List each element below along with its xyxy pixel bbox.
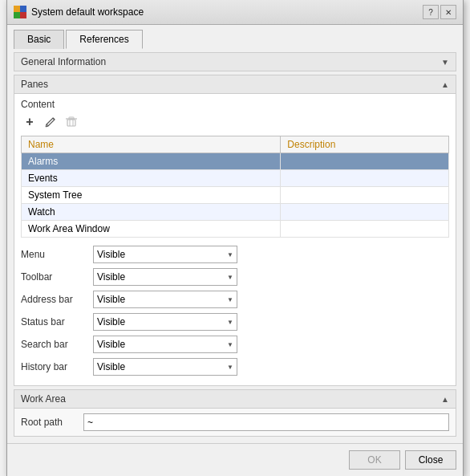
root-path-input[interactable] bbox=[83, 413, 449, 431]
content-toolbar: + bbox=[21, 113, 449, 131]
svg-rect-10 bbox=[69, 117, 74, 119]
select-toolbar[interactable]: VisibleHidden bbox=[93, 268, 237, 286]
work-area-header[interactable]: Work Area ▲ bbox=[14, 389, 456, 409]
select-wrapper-menu: VisibleHidden bbox=[93, 246, 237, 263]
col-header-name: Name bbox=[22, 136, 281, 153]
tab-references[interactable]: References bbox=[66, 30, 142, 49]
table-row[interactable]: Alarms bbox=[22, 153, 449, 170]
field-row-history-bar: History barVisibleHidden bbox=[21, 358, 449, 376]
table-row[interactable]: Events bbox=[22, 170, 449, 187]
table-row[interactable]: System Tree bbox=[22, 187, 449, 204]
app-icon bbox=[14, 6, 26, 18]
tab-basic[interactable]: Basic bbox=[14, 30, 64, 49]
close-button[interactable]: Close bbox=[405, 450, 456, 470]
general-info-header[interactable]: General Information ▼ bbox=[14, 52, 456, 71]
select-address-bar[interactable]: VisibleHidden bbox=[93, 291, 237, 308]
field-rows: MenuVisibleHiddenToolbarVisibleHiddenAdd… bbox=[21, 246, 449, 376]
dialog-window: System default workspace ? ✕ Basic Refer… bbox=[6, 0, 464, 476]
col-header-description: Description bbox=[281, 136, 449, 153]
row-description bbox=[281, 204, 449, 221]
work-area-section: Work Area ▲ Root path bbox=[14, 389, 456, 437]
dialog-title: System default workspace bbox=[31, 6, 418, 18]
field-row-menu: MenuVisibleHidden bbox=[21, 246, 449, 263]
row-name: Work Area Window bbox=[22, 221, 281, 238]
panes-chevron: ▲ bbox=[441, 80, 449, 89]
field-label-toolbar: Toolbar bbox=[21, 271, 93, 283]
field-label-address-bar: Address bar bbox=[21, 294, 93, 305]
add-button[interactable]: + bbox=[21, 113, 38, 131]
field-label-search-bar: Search bar bbox=[21, 339, 93, 350]
root-path-row: Root path bbox=[21, 413, 449, 431]
work-area-label: Work Area bbox=[21, 393, 66, 405]
svg-rect-1 bbox=[20, 6, 26, 12]
row-description bbox=[281, 221, 449, 238]
svg-rect-0 bbox=[14, 6, 20, 12]
select-wrapper-address-bar: VisibleHidden bbox=[93, 291, 237, 308]
table-row[interactable]: Work Area Window bbox=[22, 221, 449, 238]
title-bar-controls: ? ✕ bbox=[423, 5, 456, 19]
pane-table: Name Description AlarmsEventsSystem Tree… bbox=[21, 136, 449, 238]
table-row[interactable]: Watch bbox=[22, 204, 449, 221]
row-description bbox=[281, 153, 449, 170]
select-wrapper-status-bar: VisibleHidden bbox=[93, 313, 237, 331]
select-wrapper-history-bar: VisibleHidden bbox=[93, 358, 237, 376]
svg-rect-2 bbox=[14, 12, 20, 18]
select-search-bar[interactable]: VisibleHidden bbox=[93, 336, 237, 353]
work-area-content: Root path bbox=[14, 409, 456, 437]
row-name: Events bbox=[22, 170, 281, 187]
content-label: Content bbox=[21, 99, 449, 110]
field-label-history-bar: History bar bbox=[21, 361, 93, 372]
select-history-bar[interactable]: VisibleHidden bbox=[93, 358, 237, 376]
delete-button[interactable] bbox=[63, 113, 80, 131]
work-area-chevron: ▲ bbox=[441, 395, 449, 404]
general-info-chevron: ▼ bbox=[441, 58, 449, 67]
edit-button[interactable] bbox=[42, 113, 59, 131]
row-description bbox=[281, 170, 449, 187]
field-row-toolbar: ToolbarVisibleHidden bbox=[21, 268, 449, 286]
field-row-search-bar: Search barVisibleHidden bbox=[21, 336, 449, 353]
field-row-status-bar: Status barVisibleHidden bbox=[21, 313, 449, 331]
svg-rect-3 bbox=[20, 12, 26, 18]
svg-rect-6 bbox=[67, 120, 75, 126]
root-path-label: Root path bbox=[21, 417, 77, 428]
field-label-menu: Menu bbox=[21, 249, 93, 260]
dialog-body: General Information ▼ Panes ▲ Content + bbox=[7, 49, 463, 443]
field-label-status-bar: Status bar bbox=[21, 316, 93, 328]
close-title-button[interactable]: ✕ bbox=[440, 5, 456, 19]
help-button[interactable]: ? bbox=[423, 5, 439, 19]
panes-label: Panes bbox=[21, 79, 48, 90]
ok-button[interactable]: OK bbox=[349, 450, 400, 470]
row-name: Alarms bbox=[22, 153, 281, 170]
row-name: System Tree bbox=[22, 187, 281, 204]
tab-bar: Basic References bbox=[7, 25, 463, 49]
panes-content: Content + bbox=[14, 94, 456, 386]
row-description bbox=[281, 187, 449, 204]
row-name: Watch bbox=[22, 204, 281, 221]
title-bar: System default workspace ? ✕ bbox=[7, 0, 463, 25]
dialog-footer: OK Close bbox=[7, 443, 463, 476]
general-info-label: General Information bbox=[21, 56, 106, 67]
select-wrapper-toolbar: VisibleHidden bbox=[93, 268, 237, 286]
panes-header[interactable]: Panes ▲ bbox=[14, 75, 456, 94]
select-wrapper-search-bar: VisibleHidden bbox=[93, 336, 237, 353]
select-menu[interactable]: VisibleHidden bbox=[93, 246, 237, 263]
select-status-bar[interactable]: VisibleHidden bbox=[93, 313, 237, 331]
field-row-address-bar: Address barVisibleHidden bbox=[21, 291, 449, 308]
